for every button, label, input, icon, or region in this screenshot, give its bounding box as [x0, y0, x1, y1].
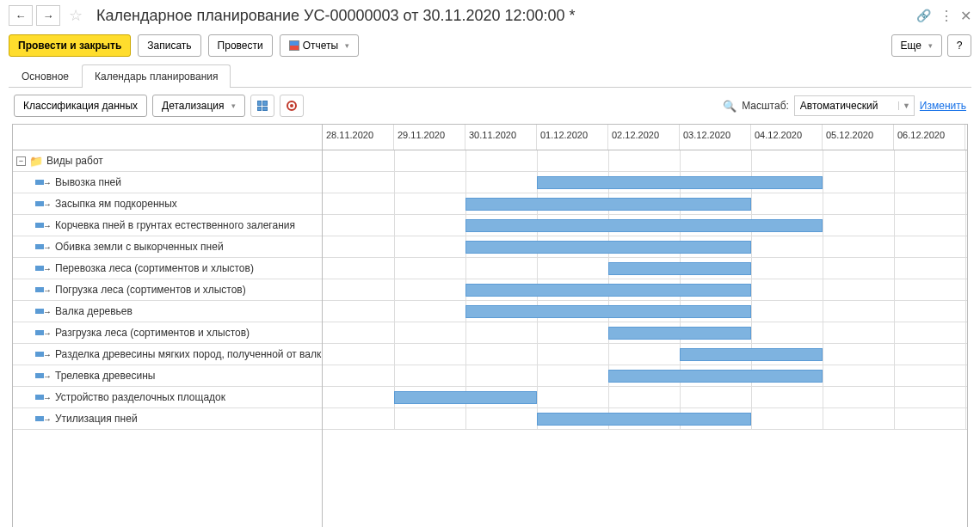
detail-button[interactable]: Детализация: [152, 95, 244, 117]
gantt-bar[interactable]: [394, 391, 537, 404]
search-icon[interactable]: 🔍: [723, 100, 737, 113]
reports-button[interactable]: Отчеты: [280, 34, 359, 57]
gantt-bar[interactable]: [465, 284, 751, 297]
task-icon: →: [35, 307, 52, 316]
more-button[interactable]: Еще: [891, 34, 942, 57]
task-icon: →: [35, 350, 52, 359]
task-row[interactable]: →Засыпка ям подкоренных: [13, 193, 322, 215]
scale-label: Масштаб:: [742, 100, 789, 112]
folder-icon: 📁: [29, 155, 43, 168]
task-row[interactable]: →Перевозка леса (сортиментов и хлыстов): [13, 258, 322, 279]
task-row[interactable]: →Утилизация пней: [13, 408, 322, 430]
task-label: Устройство разделочных площадок: [55, 391, 225, 403]
task-row[interactable]: →Вывозка пней: [13, 172, 322, 193]
gantt-row: [323, 365, 967, 387]
gantt-row: [323, 322, 967, 344]
task-icon: →: [35, 414, 52, 424]
task-icon: →: [35, 328, 52, 338]
task-row[interactable]: →Обивка земли с выкорченных пней: [13, 236, 322, 258]
grid-icon: [257, 101, 268, 111]
gantt-row: [323, 301, 967, 322]
menu-dots-icon[interactable]: ⋮: [940, 8, 952, 24]
tab-main[interactable]: Основное: [9, 64, 82, 88]
task-label: Погрузка леса (сортиментов и хлыстов): [55, 284, 246, 296]
task-row[interactable]: →Трелевка древесины: [13, 365, 322, 387]
gantt-row: [323, 215, 967, 236]
task-icon: →: [35, 242, 52, 252]
date-header-cell: 02.12.2020: [608, 125, 680, 150]
scale-select[interactable]: ▼: [794, 95, 915, 116]
report-icon: [289, 40, 299, 51]
task-label: Разгрузка леса (сортиментов и хлыстов): [55, 327, 250, 339]
gantt-bar[interactable]: [537, 176, 823, 189]
task-label: Валка деревьев: [55, 305, 133, 317]
gantt-bar[interactable]: [465, 198, 751, 211]
date-header-cell: 28.11.2020: [323, 125, 394, 150]
favorite-star-icon[interactable]: ☆: [67, 7, 84, 24]
group-row[interactable]: − 📁 Виды работ: [13, 150, 322, 172]
task-icon: →: [35, 221, 52, 230]
gantt-bar[interactable]: [608, 262, 751, 275]
save-button[interactable]: Записать: [138, 34, 200, 57]
task-icon: →: [35, 178, 52, 187]
post-button[interactable]: Провести: [208, 34, 273, 57]
task-icon: →: [35, 199, 52, 209]
close-icon[interactable]: ✕: [960, 8, 971, 24]
gantt-bar[interactable]: [537, 413, 751, 426]
page-title: Календарное планирование УС-00000003 от …: [96, 7, 913, 25]
task-row[interactable]: →Разделка древесины мягких пород, получе…: [13, 344, 322, 365]
task-label: Трелевка древесины: [55, 370, 155, 382]
link-icon[interactable]: 🔗: [916, 9, 931, 22]
gantt-row: [323, 258, 967, 279]
task-row[interactable]: →Устройство разделочных площадок: [13, 387, 322, 408]
gantt-bar[interactable]: [680, 348, 823, 361]
nav-forward-button[interactable]: →: [36, 5, 60, 26]
task-icon: →: [35, 264, 52, 273]
gantt-bar[interactable]: [465, 241, 751, 254]
gantt-chart-panel: 28.11.202029.11.202030.11.202001.12.2020…: [323, 125, 967, 527]
task-row[interactable]: →Разгрузка леса (сортиментов и хлыстов): [13, 322, 322, 344]
task-row[interactable]: →Погрузка леса (сортиментов и хлыстов): [13, 279, 322, 301]
change-link[interactable]: Изменить: [920, 100, 966, 112]
target-icon: [287, 101, 297, 111]
chevron-down-icon[interactable]: ▼: [898, 101, 914, 110]
help-button[interactable]: ?: [947, 34, 971, 57]
gantt-row: [323, 387, 967, 408]
task-label: Корчевка пней в грунтах естественного за…: [55, 219, 295, 231]
gantt-bar[interactable]: [608, 370, 823, 383]
task-row[interactable]: →Валка деревьев: [13, 301, 322, 322]
date-header-cell: 05.12.2020: [823, 125, 894, 150]
gantt-bar[interactable]: [465, 219, 823, 232]
date-header-cell: 01.12.2020: [537, 125, 608, 150]
task-icon: →: [35, 285, 52, 295]
task-list-header: [13, 125, 322, 150]
date-header-cell: 03.12.2020: [680, 125, 751, 150]
group-label: Виды работ: [46, 155, 103, 167]
collapse-icon[interactable]: −: [16, 156, 26, 166]
grid-view-button[interactable]: [250, 95, 274, 117]
gantt-bar[interactable]: [465, 305, 751, 318]
task-row[interactable]: →Корчевка пней в грунтах естественного з…: [13, 215, 322, 236]
date-header-cell: 04.12.2020: [751, 125, 823, 150]
gantt-row: [323, 279, 967, 301]
task-label: Вывозка пней: [55, 176, 121, 188]
gantt-row: [323, 193, 967, 215]
nav-back-button[interactable]: ←: [9, 5, 33, 26]
post-and-close-button[interactable]: Провести и закрыть: [9, 34, 131, 57]
date-header-cell: 29.11.2020: [394, 125, 465, 150]
task-label: Перевозка леса (сортиментов и хлыстов): [55, 262, 254, 274]
gantt-row: [323, 344, 967, 365]
tab-calendar[interactable]: Календарь планирования: [82, 64, 231, 88]
date-header-cell: 06.12.2020: [894, 125, 965, 150]
task-label: Засыпка ям подкоренных: [55, 198, 177, 210]
gantt-row: [323, 408, 967, 430]
task-icon: →: [35, 371, 52, 381]
classification-button[interactable]: Классификация данных: [14, 95, 147, 117]
gantt-row: [323, 172, 967, 193]
task-icon: →: [35, 393, 52, 402]
gantt-bar[interactable]: [608, 327, 751, 340]
date-header-cell: 30.11.2020: [465, 125, 537, 150]
scale-input[interactable]: [795, 98, 898, 113]
task-label: Разделка древесины мягких пород, получен…: [55, 348, 322, 360]
target-button[interactable]: [280, 95, 304, 117]
